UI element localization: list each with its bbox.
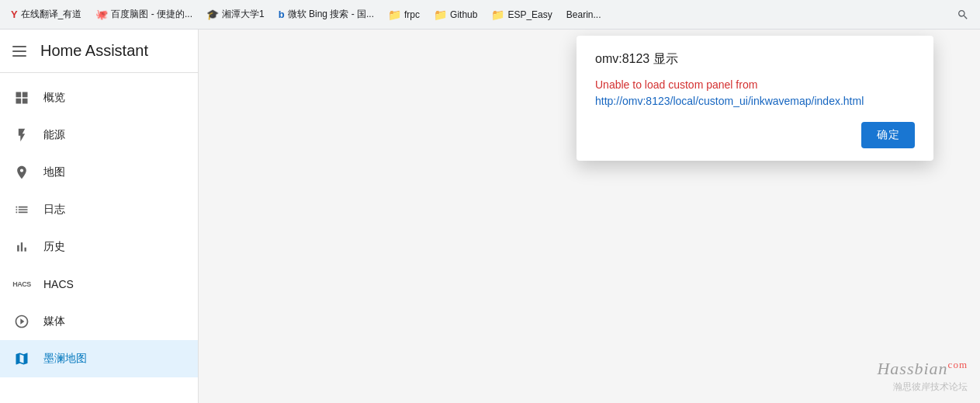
bookmark-label: 在线翻译_有道	[21, 8, 82, 21]
sidebar-header: Home Assistant	[0, 30, 198, 73]
bookmark-github[interactable]: 📁 Github	[429, 7, 482, 23]
nav-label-media: 媒体	[43, 314, 65, 328]
nav-label-hacs: HACS	[43, 278, 74, 290]
sidebar-item-hacs[interactable]: HACS HACS	[0, 266, 198, 303]
bookmark-label: 微软 Bing 搜索 - 国...	[288, 8, 374, 21]
menu-toggle-button[interactable]	[12, 42, 31, 61]
bookmark-label: Github	[450, 9, 477, 20]
folder-icon: 📁	[388, 9, 401, 21]
sidebar: Home Assistant 概览 能源	[0, 30, 199, 403]
bookmark-baidu[interactable]: 🐙 百度脑图 - 便捷的...	[91, 6, 197, 23]
folder-icon: 📁	[434, 9, 447, 21]
sidebar-item-log[interactable]: 日志	[0, 191, 198, 228]
error-prefix-text: Unable to load custom panel from	[595, 78, 757, 91]
hacs-icon: HACS	[12, 275, 31, 294]
dialog-footer: 确定	[595, 122, 915, 148]
watermark: Hassbiancom 瀚思彼岸技术论坛	[877, 359, 968, 394]
nav-label-energy: 能源	[43, 128, 65, 142]
sidebar-item-history[interactable]: 历史	[0, 228, 198, 266]
browser-bar: Y 在线翻译_有道 🐙 百度脑图 - 便捷的... 🎓 湘潭大学1 b 微软 B…	[0, 0, 980, 30]
school-favicon: 🎓	[206, 9, 219, 20]
grid-icon	[12, 89, 31, 107]
sidebar-nav: 概览 能源 地图 日志	[0, 73, 198, 403]
baidu-favicon: 🐙	[95, 9, 108, 20]
dialog-body: Unable to load custom panel from http://…	[595, 77, 915, 109]
bookmark-frpc[interactable]: 📁 frpc	[383, 7, 424, 23]
bookmark-label: ESP_Easy	[507, 9, 552, 20]
nav-label-history: 历史	[43, 240, 65, 254]
error-url-link[interactable]: http://omv:8123/local/custom_ui/inkwavem…	[595, 95, 864, 107]
bookmark-label: Bearin...	[566, 9, 601, 20]
play-icon	[12, 312, 31, 331]
nav-label-overview: 概览	[43, 91, 65, 105]
main-content: Hassbiancom 瀚思彼岸技术论坛 omv:8123 显示 Unable …	[199, 30, 980, 403]
sidebar-item-inkwavemap[interactable]: 墨澜地图	[0, 340, 198, 377]
bookmark-esp[interactable]: 📁 ESP_Easy	[487, 7, 556, 23]
person-pin-icon	[12, 163, 31, 182]
bookmark-label: 百度脑图 - 便捷的...	[111, 8, 192, 21]
sidebar-item-overview[interactable]: 概览	[0, 79, 198, 116]
search-button[interactable]	[952, 4, 974, 26]
dialog-title: omv:8123 显示	[595, 51, 915, 68]
bookmark-label: frpc	[404, 9, 420, 20]
bolt-icon	[12, 126, 31, 144]
watermark-logo: Hassbiancom	[877, 359, 968, 379]
sidebar-item-map[interactable]: 地图	[0, 154, 198, 191]
error-dialog: omv:8123 显示 Unable to load custom panel …	[577, 36, 933, 161]
folder-icon: 📁	[491, 9, 504, 21]
app-container: Home Assistant 概览 能源	[0, 30, 980, 403]
bookmark-bing[interactable]: b 微软 Bing 搜索 - 国...	[274, 6, 379, 23]
nav-label-inkwavemap: 墨澜地图	[43, 352, 87, 366]
bing-favicon: b	[279, 9, 285, 20]
nav-label-map: 地图	[43, 165, 65, 179]
sidebar-item-energy[interactable]: 能源	[0, 116, 198, 154]
watermark-subtitle: 瀚思彼岸技术论坛	[877, 380, 968, 394]
sidebar-item-media[interactable]: 媒体	[0, 303, 198, 340]
map-icon	[12, 349, 31, 368]
nav-label-log: 日志	[43, 203, 65, 217]
bookmark-xiangtan[interactable]: 🎓 湘潭大学1	[202, 6, 269, 23]
confirm-button[interactable]: 确定	[861, 122, 915, 148]
bookmark-youdao[interactable]: Y 在线翻译_有道	[6, 6, 86, 23]
app-title: Home Assistant	[40, 42, 148, 60]
youdao-favicon: Y	[11, 9, 18, 20]
bar-chart-icon	[12, 238, 31, 256]
bookmark-bearing[interactable]: Bearin...	[562, 8, 606, 22]
bookmark-label: 湘潭大学1	[222, 8, 265, 21]
list-icon	[12, 200, 31, 219]
